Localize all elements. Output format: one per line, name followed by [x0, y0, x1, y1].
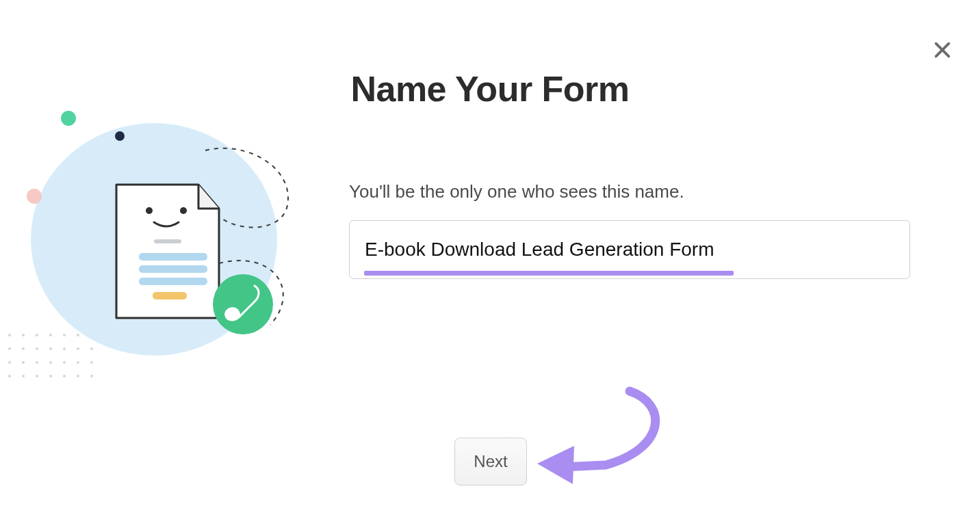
- svg-point-17: [22, 361, 25, 364]
- svg-rect-38: [139, 265, 207, 273]
- svg-point-7: [77, 334, 79, 336]
- svg-marker-42: [537, 446, 574, 484]
- annotation-arrow: [530, 383, 681, 492]
- svg-point-35: [180, 207, 187, 214]
- svg-point-29: [90, 375, 93, 377]
- close-icon: [933, 40, 952, 62]
- svg-point-32: [115, 131, 125, 141]
- svg-point-3: [22, 334, 25, 336]
- svg-point-5: [49, 334, 52, 336]
- svg-point-27: [63, 375, 66, 377]
- svg-point-21: [77, 361, 79, 364]
- svg-point-22: [90, 361, 93, 364]
- svg-point-31: [61, 111, 76, 126]
- svg-point-14: [77, 347, 79, 350]
- svg-point-10: [22, 347, 25, 350]
- svg-point-28: [77, 375, 79, 377]
- svg-point-16: [8, 361, 11, 364]
- svg-point-18: [36, 361, 38, 364]
- svg-rect-39: [139, 278, 207, 285]
- next-button[interactable]: Next: [454, 438, 527, 486]
- svg-point-9: [8, 347, 11, 350]
- modal-title: Name Your Form: [0, 68, 980, 109]
- svg-point-23: [8, 375, 11, 377]
- svg-point-41: [213, 274, 273, 334]
- svg-point-34: [146, 207, 153, 214]
- svg-point-25: [36, 375, 38, 377]
- svg-rect-37: [139, 253, 207, 261]
- svg-point-20: [63, 361, 66, 364]
- svg-point-11: [36, 347, 38, 350]
- svg-point-26: [49, 375, 52, 377]
- svg-point-12: [49, 347, 52, 350]
- form-name-field-wrapper: [349, 220, 910, 279]
- modal-subtitle: You'll be the only one who sees this nam…: [349, 181, 684, 202]
- svg-point-4: [36, 334, 38, 336]
- svg-point-6: [63, 334, 66, 336]
- svg-rect-36: [154, 239, 181, 243]
- svg-point-19: [49, 361, 52, 364]
- svg-rect-40: [153, 292, 187, 300]
- form-illustration: [0, 106, 315, 380]
- close-button[interactable]: [929, 38, 956, 65]
- svg-point-2: [8, 334, 11, 336]
- annotation-underline: [364, 271, 734, 276]
- svg-point-24: [22, 375, 25, 377]
- svg-point-15: [90, 347, 93, 350]
- svg-point-13: [63, 347, 66, 350]
- svg-point-33: [27, 189, 42, 204]
